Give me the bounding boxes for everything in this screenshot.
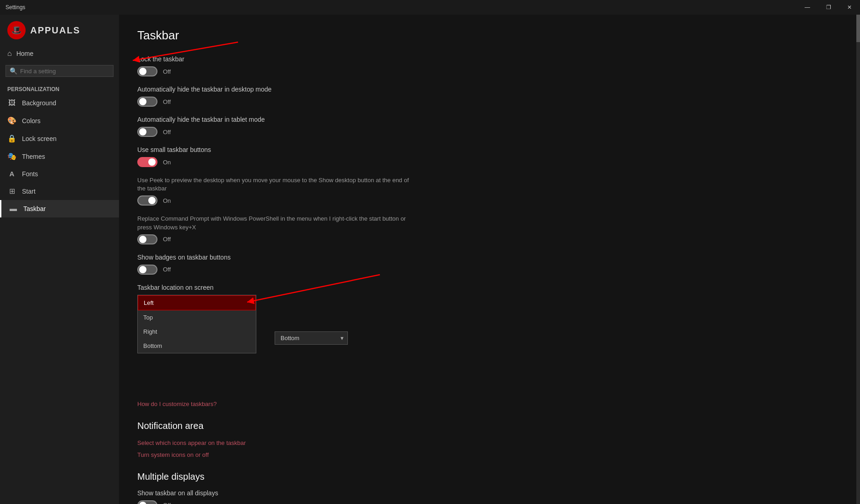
taskbar-icon: ▬ <box>9 205 18 213</box>
hide-desktop-toggle[interactable] <box>137 97 157 107</box>
setting-powershell: Replace Command Prompt with Windows Powe… <box>137 215 842 244</box>
scrollbar[interactable] <box>856 15 860 504</box>
sidebar-item-taskbar[interactable]: ▬ Taskbar <box>0 200 119 217</box>
notification-link-2[interactable]: Turn system icons on or off <box>137 451 209 458</box>
fonts-icon: A <box>7 170 16 178</box>
small-buttons-state: On <box>163 159 171 166</box>
app-title: Settings <box>5 4 25 11</box>
location-dropdown-container: Left Top Right Bottom Bottom ▾ <box>137 295 348 345</box>
setting-hide-tablet: Automatically hide the taskbar in tablet… <box>137 116 842 137</box>
main-content: Taskbar Lock the taskbar Off Automatical… <box>119 15 860 504</box>
scrollbar-thumb[interactable] <box>856 15 860 42</box>
app-container: 🎩 APPUALS ⌂ Home 🔍 Personalization 🖼 Bac… <box>0 15 860 504</box>
hide-tablet-state: Off <box>163 129 171 135</box>
nav-label-lock-screen: Lock screen <box>22 135 56 142</box>
logo-icon: 🎩 <box>7 21 26 39</box>
nav-label-themes: Themes <box>22 153 45 160</box>
secondary-dropdown-trigger[interactable]: Bottom ▾ <box>275 331 348 345</box>
sidebar-item-lock-screen[interactable]: 🔒 Lock screen <box>0 130 119 147</box>
small-buttons-label: Use small taskbar buttons <box>137 146 842 153</box>
logo-text: APPUALS <box>30 25 81 36</box>
page-title: Taskbar <box>137 28 842 43</box>
location-label: Taskbar location on screen <box>137 284 842 291</box>
hide-tablet-label: Automatically hide the taskbar in tablet… <box>137 116 842 123</box>
notification-link-1[interactable]: Select which icons appear on the taskbar <box>137 439 246 446</box>
minimize-button[interactable]: — <box>797 0 818 15</box>
customize-link[interactable]: How do I customize taskbars? <box>137 401 216 407</box>
setting-hide-desktop: Automatically hide the taskbar in deskto… <box>137 86 842 107</box>
nav-label-taskbar: Taskbar <box>23 205 46 212</box>
restore-button[interactable]: ❐ <box>818 0 839 15</box>
setting-small-buttons: Use small taskbar buttons On <box>137 146 842 167</box>
powershell-state: Off <box>163 236 171 243</box>
lock-screen-icon: 🔒 <box>7 134 16 143</box>
setting-show-all-displays: Show taskbar on all displays Off <box>137 489 842 504</box>
sidebar-item-background[interactable]: 🖼 Background <box>0 94 119 112</box>
sidebar-item-themes[interactable]: 🎭 Themes <box>0 147 119 165</box>
start-icon: ⊞ <box>7 187 16 195</box>
dropdown-option-left[interactable]: Left <box>138 295 256 310</box>
nav-label-colors: Colors <box>22 117 40 125</box>
show-all-label: Show taskbar on all displays <box>137 489 842 497</box>
home-nav-item[interactable]: ⌂ Home <box>0 46 119 61</box>
nav-label-start: Start <box>22 188 36 195</box>
colors-icon: 🎨 <box>7 116 16 125</box>
setting-lock-taskbar: Lock the taskbar Off <box>137 55 842 76</box>
secondary-dropdown-value: Bottom <box>281 335 299 341</box>
logo-area: 🎩 APPUALS <box>0 15 119 46</box>
secondary-dropdown: Bottom ▾ <box>275 331 348 345</box>
badges-toggle-row: Off <box>137 265 842 275</box>
sidebar-item-start[interactable]: ⊞ Start <box>0 182 119 200</box>
peek-state: On <box>163 197 171 204</box>
nav-label-fonts: Fonts <box>22 170 38 178</box>
notification-link-1-container: Select which icons appear on the taskbar <box>137 439 842 447</box>
powershell-toggle-row: Off <box>137 234 842 244</box>
toggle-thumb <box>139 266 146 273</box>
customize-link-container: How do I customize taskbars? <box>137 400 842 408</box>
show-all-toggle-row: Off <box>137 500 842 504</box>
themes-icon: 🎭 <box>7 152 16 161</box>
lock-taskbar-label: Lock the taskbar <box>137 55 842 63</box>
show-all-toggle[interactable] <box>137 500 157 504</box>
sidebar-item-fonts[interactable]: A Fonts <box>0 165 119 182</box>
section-label: Personalization <box>0 81 119 94</box>
home-label: Home <box>16 50 33 57</box>
toggle-thumb <box>148 197 156 204</box>
setting-location: Taskbar location on screen Left Top Righ… <box>137 284 842 345</box>
toggle-thumb <box>139 98 146 105</box>
small-buttons-toggle[interactable] <box>137 157 157 167</box>
titlebar: Settings — ❐ ✕ <box>0 0 860 15</box>
hide-tablet-toggle-row: Off <box>137 127 842 137</box>
dropdown-option-bottom[interactable]: Bottom <box>138 339 256 353</box>
background-icon: 🖼 <box>7 99 16 107</box>
show-all-state: Off <box>163 502 171 504</box>
peek-toggle[interactable] <box>137 195 157 206</box>
hide-desktop-state: Off <box>163 98 171 105</box>
toggle-thumb <box>139 236 146 243</box>
dropdown-arrow-icon: ▾ <box>341 335 344 341</box>
location-dropdown-menu[interactable]: Left Top Right Bottom <box>137 295 256 353</box>
setting-peek: Use Peek to preview the desktop when you… <box>137 176 842 206</box>
toggle-thumb <box>148 158 156 166</box>
sidebar: 🎩 APPUALS ⌂ Home 🔍 Personalization 🖼 Bac… <box>0 15 119 504</box>
toggle-thumb <box>139 68 146 75</box>
hide-desktop-toggle-row: Off <box>137 97 842 107</box>
badges-state: Off <box>163 266 171 273</box>
toggle-thumb <box>139 502 146 504</box>
close-button[interactable]: ✕ <box>839 0 860 15</box>
lock-taskbar-toggle[interactable] <box>137 66 157 76</box>
search-box[interactable]: 🔍 <box>5 65 114 77</box>
notification-heading: Notification area <box>137 421 842 431</box>
badges-toggle[interactable] <box>137 265 157 275</box>
dropdown-option-top[interactable]: Top <box>138 310 256 325</box>
toggle-thumb <box>139 128 146 135</box>
hide-desktop-label: Automatically hide the taskbar in deskto… <box>137 86 842 93</box>
search-input[interactable] <box>20 68 109 75</box>
powershell-toggle[interactable] <box>137 234 157 244</box>
hide-tablet-toggle[interactable] <box>137 127 157 137</box>
dropdown-option-right[interactable]: Right <box>138 325 256 339</box>
sidebar-item-colors[interactable]: 🎨 Colors <box>0 112 119 130</box>
search-icon: 🔍 <box>10 67 17 75</box>
peek-toggle-row: On <box>137 195 842 206</box>
nav-label-background: Background <box>22 99 56 107</box>
